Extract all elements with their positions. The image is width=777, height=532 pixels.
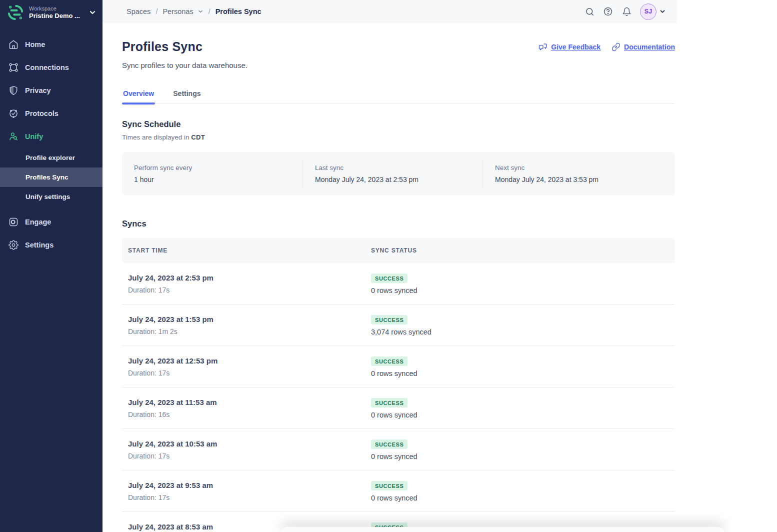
table-row[interactable]: July 24, 2023 at 2:53 pm Duration: 17s S… xyxy=(122,263,675,304)
sidebar-item-profiles-sync[interactable]: Profiles Sync xyxy=(0,168,102,187)
table-row[interactable]: July 24, 2023 at 9:53 am Duration: 17s S… xyxy=(122,470,675,512)
unify-subnav: Profile explorer Profiles Sync Unify set… xyxy=(0,148,102,206)
workspace-label: Workspace xyxy=(29,5,88,12)
link-icon xyxy=(612,42,620,52)
page-content: Profiles Sync Sync profiles to your data… xyxy=(102,23,675,532)
sidebar-item-label: Connections xyxy=(25,64,69,72)
status-badge: SUCCESS xyxy=(371,440,408,449)
protocols-icon xyxy=(8,108,18,119)
sync-duration: Duration: 17s xyxy=(128,286,365,294)
bottom-overlay-edge xyxy=(280,527,725,532)
sync-start-time: July 24, 2023 at 2:53 pm xyxy=(128,274,365,282)
timezone-note: Times are displayed in CDT xyxy=(122,134,675,141)
sync-start-time: July 24, 2023 at 12:53 pm xyxy=(128,356,365,365)
feedback-bubbles-icon xyxy=(538,42,548,52)
help-icon[interactable] xyxy=(603,6,613,16)
segment-logo-icon xyxy=(7,4,24,21)
breadcrumb-spaces[interactable]: Spaces xyxy=(126,8,150,16)
header-links: Give Feedback Documentation xyxy=(538,40,675,52)
sub-item-label: Profiles Sync xyxy=(26,174,68,181)
documentation-link[interactable]: Documentation xyxy=(612,42,675,52)
page-subtitle: Sync profiles to your data warehouse. xyxy=(122,61,248,70)
sidebar-item-unify-settings[interactable]: Unify settings xyxy=(0,187,102,206)
chevron-down-icon xyxy=(659,8,666,15)
sidebar-item-home[interactable]: Home xyxy=(0,33,102,56)
next-sync: Next sync Monday July 24, 2023 at 3:53 p… xyxy=(482,160,675,188)
tab-bar: Overview Settings xyxy=(122,90,675,104)
sync-duration: Duration: 17s xyxy=(128,452,365,460)
page-title: Profiles Sync xyxy=(122,40,248,54)
breadcrumb-current: Profiles Sync xyxy=(216,8,262,16)
sidebar-item-label: Protocols xyxy=(25,110,58,118)
sidebar-nav: Home Connections Privacy Protocols xyxy=(0,33,102,256)
sync-schedule-heading: Sync Schedule xyxy=(122,120,675,129)
rows-synced: 0 rows synced xyxy=(371,370,675,378)
sync-duration: Duration: 17s xyxy=(128,369,365,377)
workspace-name: Pristine Demo ... xyxy=(29,12,88,20)
sidebar-item-protocols[interactable]: Protocols xyxy=(0,102,102,125)
home-icon xyxy=(8,40,18,50)
topbar: Spaces / Personas / Profiles Sync xyxy=(102,0,677,23)
sidebar-item-label: Privacy xyxy=(25,86,51,94)
timezone-value: CDT xyxy=(191,134,205,141)
table-header: START TIME SYNC STATUS xyxy=(122,238,675,263)
table-row[interactable]: July 24, 2023 at 10:53 am Duration: 17s … xyxy=(122,429,675,470)
rows-synced: 3,074 rows synced xyxy=(371,328,675,336)
sidebar-item-profile-explorer[interactable]: Profile explorer xyxy=(0,148,102,168)
breadcrumb: Spaces / Personas / Profiles Sync xyxy=(126,8,262,16)
rows-synced: 0 rows synced xyxy=(371,452,675,460)
give-feedback-link[interactable]: Give Feedback xyxy=(538,42,600,52)
sidebar-item-engage[interactable]: Engage xyxy=(0,210,102,234)
col-start-time: START TIME xyxy=(122,247,365,254)
rows-synced: 0 rows synced xyxy=(371,411,675,419)
tab-overview[interactable]: Overview xyxy=(122,90,155,104)
topbar-actions: SJ xyxy=(584,4,666,20)
gear-icon xyxy=(8,240,18,250)
sync-schedule-card: Perform sync every 1 hour Last sync Mond… xyxy=(122,152,675,196)
sidebar-item-label: Unify xyxy=(25,132,43,140)
sidebar-item-connections[interactable]: Connections xyxy=(0,56,102,79)
give-feedback-label: Give Feedback xyxy=(551,43,600,51)
search-icon[interactable] xyxy=(584,6,594,16)
app-window: Workspace Pristine Demo ... Home Connect… xyxy=(0,0,777,532)
table-row[interactable]: July 24, 2023 at 1:53 pm Duration: 1m 2s… xyxy=(122,304,675,346)
chevron-down-icon xyxy=(88,8,96,16)
table-row[interactable]: July 24, 2023 at 11:53 am Duration: 16s … xyxy=(122,388,675,429)
sidebar-item-label: Settings xyxy=(25,241,54,249)
status-badge: SUCCESS xyxy=(371,315,408,324)
status-badge: SUCCESS xyxy=(371,356,408,366)
avatar[interactable]: SJ xyxy=(640,4,656,20)
syncs-heading: Syncs xyxy=(122,219,675,228)
sidebar-item-settings[interactable]: Settings xyxy=(0,234,102,256)
table-row[interactable]: July 24, 2023 at 12:53 pm Duration: 17s … xyxy=(122,346,675,388)
main-area: Spaces / Personas / Profiles Sync xyxy=(102,0,677,532)
sub-item-label: Unify settings xyxy=(26,193,70,200)
chevron-down-icon[interactable] xyxy=(198,8,204,14)
sidebar-item-unify[interactable]: Unify xyxy=(0,125,102,148)
col-sync-status: SYNC STATUS xyxy=(365,247,675,254)
sync-start-time: July 24, 2023 at 1:53 pm xyxy=(128,315,365,324)
engage-icon xyxy=(8,217,18,228)
sync-start-time: July 24, 2023 at 10:53 am xyxy=(128,440,365,448)
sync-duration: Duration: 17s xyxy=(128,494,365,502)
user-menu[interactable]: SJ xyxy=(640,4,666,20)
sidebar: Workspace Pristine Demo ... Home Connect… xyxy=(0,0,102,532)
breadcrumb-personas[interactable]: Personas xyxy=(162,8,193,16)
sync-start-time: July 24, 2023 at 9:53 am xyxy=(128,481,365,490)
syncs-table: START TIME SYNC STATUS July 24, 2023 at … xyxy=(122,238,675,532)
status-badge: SUCCESS xyxy=(371,398,408,408)
connections-icon xyxy=(8,62,18,73)
workspace-switcher[interactable]: Workspace Pristine Demo ... xyxy=(0,0,102,26)
notifications-bell-icon[interactable] xyxy=(622,6,632,16)
sidebar-item-label: Engage xyxy=(25,218,51,226)
last-sync: Last sync Monday July 24, 2023 at 2:53 p… xyxy=(302,160,482,188)
page-header: Profiles Sync Sync profiles to your data… xyxy=(122,40,675,70)
perform-sync-every: Perform sync every 1 hour xyxy=(122,164,302,184)
sidebar-item-privacy[interactable]: Privacy xyxy=(0,79,102,102)
documentation-label: Documentation xyxy=(624,43,675,51)
sync-start-time: July 24, 2023 at 11:53 am xyxy=(128,398,365,406)
sync-duration: Duration: 1m 2s xyxy=(128,328,365,336)
status-badge: SUCCESS xyxy=(371,481,408,490)
sync-duration: Duration: 16s xyxy=(128,410,365,418)
tab-settings[interactable]: Settings xyxy=(172,90,202,104)
